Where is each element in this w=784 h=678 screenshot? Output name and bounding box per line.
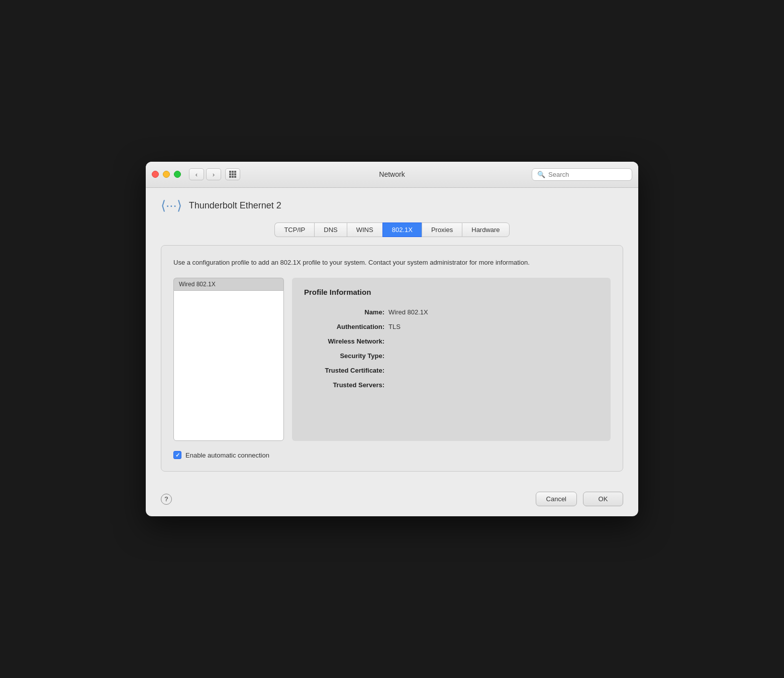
info-row-trusted-cert: Trusted Certificate: — [304, 367, 599, 374]
search-bar[interactable]: 🔍 — [532, 168, 632, 181]
main-panel: Use a configuration profile to add an 80… — [161, 245, 623, 472]
info-label-trusted-cert: Trusted Certificate: — [304, 367, 384, 374]
maximize-button[interactable] — [174, 171, 181, 178]
help-button[interactable]: ? — [161, 494, 172, 505]
grid-icon — [229, 171, 236, 178]
info-row-wireless: Wireless Network: — [304, 337, 599, 345]
forward-icon: › — [213, 171, 215, 178]
info-label-trusted-servers: Trusted Servers: — [304, 381, 384, 389]
info-label-security: Security Type: — [304, 352, 384, 360]
tab-wins[interactable]: WINS — [347, 222, 382, 237]
network-window: ‹ › Network 🔍 ⟨···⟩ Thu — [146, 162, 638, 517]
close-button[interactable] — [152, 171, 159, 178]
window-title: Network — [379, 170, 405, 178]
page-header: ⟨···⟩ Thunderbolt Ethernet 2 — [161, 198, 623, 213]
nav-buttons: ‹ › — [189, 168, 240, 180]
page-title: Thunderbolt Ethernet 2 — [189, 200, 281, 211]
auto-connect-checkbox[interactable]: ✓ — [173, 451, 181, 459]
content-area: ⟨···⟩ Thunderbolt Ethernet 2 TCP/IP DNS … — [146, 188, 638, 484]
cancel-button[interactable]: Cancel — [536, 492, 577, 506]
info-value-auth: TLS — [388, 323, 401, 330]
profile-info-title: Profile Information — [304, 288, 599, 296]
info-row-security: Security Type: — [304, 352, 599, 360]
checkbox-row[interactable]: ✓ Enable automatic connection — [173, 451, 611, 459]
description-text: Use a configuration profile to add an 80… — [173, 258, 611, 268]
ok-button[interactable]: OK — [583, 492, 623, 506]
back-icon: ‹ — [195, 171, 198, 178]
bottom-bar: ? Cancel OK — [146, 484, 638, 516]
tab-tcpip[interactable]: TCP/IP — [274, 222, 314, 237]
info-value-name: Wired 802.1X — [388, 308, 428, 316]
tab-proxies[interactable]: Proxies — [422, 222, 462, 237]
minimize-button[interactable] — [163, 171, 170, 178]
ethernet-arrows-icon: ⟨···⟩ — [161, 198, 182, 213]
tabs-bar: TCP/IP DNS WINS 802.1X Proxies Hardware — [161, 222, 623, 237]
info-row-trusted-servers: Trusted Servers: — [304, 381, 599, 389]
profile-list-container: Wired 802.1X — [173, 278, 284, 441]
checkmark-icon: ✓ — [175, 453, 180, 458]
info-row-auth: Authentication: TLS — [304, 323, 599, 330]
info-label-auth: Authentication: — [304, 323, 384, 330]
forward-button[interactable]: › — [206, 168, 221, 180]
back-button[interactable]: ‹ — [189, 168, 204, 180]
profile-list-body[interactable] — [173, 290, 284, 441]
info-row-name: Name: Wired 802.1X — [304, 308, 599, 316]
profile-info-panel: Profile Information Name: Wired 802.1X A… — [292, 278, 611, 441]
info-label-name: Name: — [304, 308, 384, 316]
tab-8021x[interactable]: 802.1X — [382, 222, 422, 237]
action-buttons: Cancel OK — [536, 492, 623, 506]
search-input[interactable] — [548, 171, 627, 178]
info-label-wireless: Wireless Network: — [304, 337, 384, 345]
panel-content: Wired 802.1X Profile Information Name: W… — [173, 278, 611, 441]
traffic-lights — [152, 171, 181, 178]
grid-button[interactable] — [225, 168, 240, 180]
titlebar: ‹ › Network 🔍 — [146, 162, 638, 188]
profile-list-header: Wired 802.1X — [173, 278, 284, 290]
checkbox-label: Enable automatic connection — [185, 451, 269, 459]
ethernet-icon: ⟨···⟩ — [161, 198, 182, 213]
search-icon: 🔍 — [537, 171, 545, 178]
tab-hardware[interactable]: Hardware — [462, 222, 509, 237]
tab-dns[interactable]: DNS — [314, 222, 346, 237]
